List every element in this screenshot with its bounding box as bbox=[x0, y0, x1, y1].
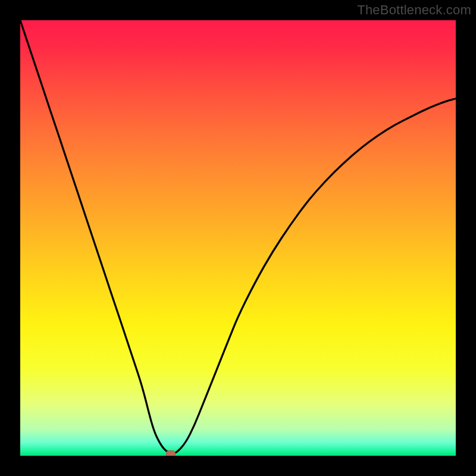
watermark-text: TheBottleneck.com bbox=[357, 2, 471, 18]
plot-area bbox=[20, 20, 456, 456]
bottleneck-curve bbox=[20, 20, 456, 453]
min-point-marker bbox=[166, 450, 176, 456]
curve-layer bbox=[20, 20, 456, 456]
chart-frame: TheBottleneck.com bbox=[0, 0, 476, 476]
